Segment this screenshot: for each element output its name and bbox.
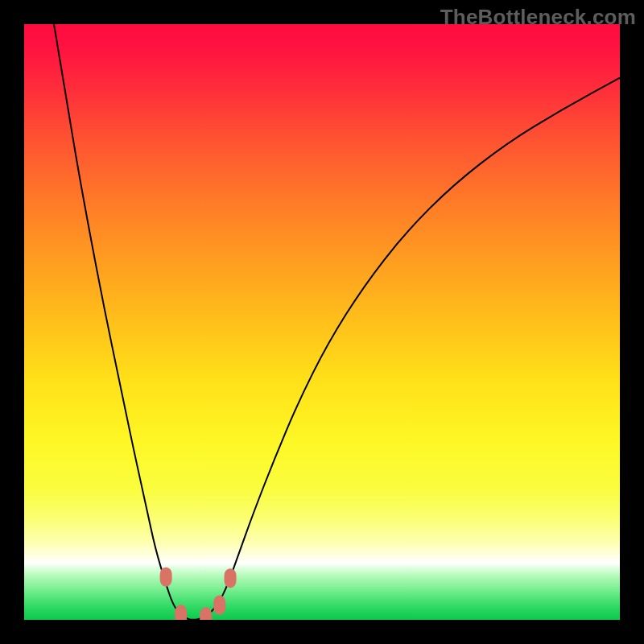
chart-frame: TheBottleneck.com [0, 0, 644, 644]
gradient-background [24, 24, 620, 620]
plot-area [24, 24, 620, 620]
curve-marker-0 [160, 568, 172, 587]
curve-marker-3 [213, 596, 225, 615]
curve-marker-4 [225, 568, 237, 588]
chart-svg [24, 24, 620, 620]
curve-marker-1 [175, 605, 187, 620]
